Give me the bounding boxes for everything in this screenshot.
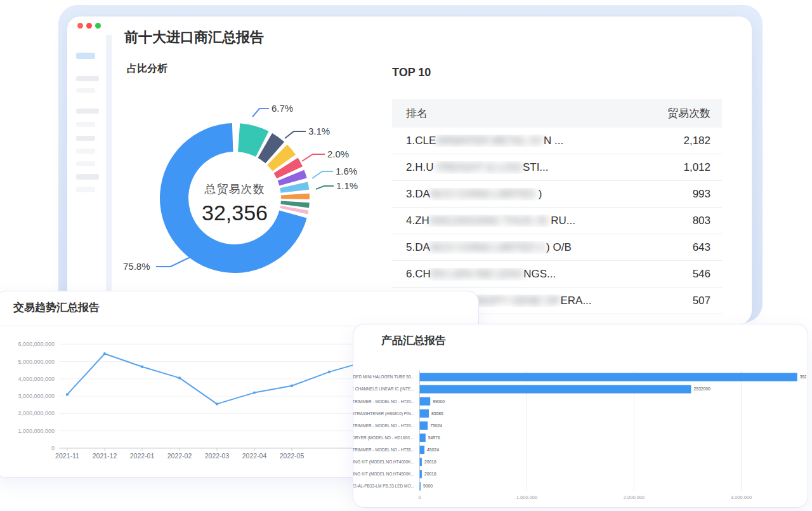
bar-category-label: HRE-22-AL-PB33-LM PB.33 LED MO... (353, 484, 414, 488)
sidebar-item[interactable] (76, 76, 99, 81)
minimize-window-button[interactable] (86, 23, 92, 29)
sidebar-item[interactable] (76, 149, 95, 154)
bar[interactable] (420, 434, 426, 442)
bar[interactable] (420, 446, 425, 454)
donut-leader-line (285, 131, 306, 138)
importer-name: 3.DANCO CHINA LIMITED ) (406, 188, 542, 201)
data-point[interactable] (141, 366, 143, 368)
maximize-window-button[interactable] (95, 23, 101, 29)
table-row[interactable]: 4.ZHANGJIAGANG THUS JS RU...803 (392, 208, 722, 234)
data-point[interactable] (253, 391, 256, 394)
bar-category-label: GROOMING KIT (MODEL NO.HT4500K... (353, 472, 414, 477)
product-report-card: 产品汇总报告 01,000,0002,000,0003,000,000UNBRA… (353, 324, 808, 508)
column-trade-count: 贸易次数 (667, 106, 710, 121)
bar-value-label: 20016 (424, 460, 436, 464)
bar[interactable] (420, 421, 428, 430)
x-axis-tick-label: 2021-12 (93, 452, 117, 460)
y-axis-tick-label: 5,000,000,000 (18, 359, 55, 365)
sidebar-divider (106, 35, 112, 324)
x-axis-tick-label: 0 (418, 494, 421, 500)
donut-segment (274, 158, 303, 179)
x-axis-tick-label: 2021-11 (55, 452, 79, 460)
x-axis-tick-label: 3,000,000 (731, 494, 752, 500)
donut-section-title: 占比分析 (127, 62, 167, 76)
importer-name: 4.ZHANGJIAGANG THUS JS RU... (406, 215, 575, 227)
top10-table: 排名 贸易次数 1.CLEARWATER METAL SYN ...2,1822… (392, 99, 722, 314)
bar[interactable] (420, 409, 429, 418)
trade-count: 507 (693, 295, 710, 307)
donut-segment (258, 133, 285, 164)
donut-segment (280, 201, 309, 208)
donut-segment (160, 123, 307, 273)
sidebar-item[interactable] (76, 174, 99, 180)
sidebar-item[interactable] (76, 136, 95, 141)
table-row[interactable]: 2.H.U FREIGHT & LOGISTI...1,012 (392, 154, 722, 181)
table-row[interactable]: 6.CHEN LIEN IND (ZHONGS...546 (392, 261, 722, 288)
sidebar-item[interactable] (76, 88, 95, 93)
trade-count: 993 (693, 188, 710, 201)
bar-category-label: HAIR TRIMMER - MODEL NO - HT20... (353, 399, 414, 404)
trade-count: 2,182 (683, 135, 710, 147)
x-axis-tick-label: 1,000,000 (516, 494, 537, 500)
donut-center-label: 总贸易次数 (165, 182, 304, 197)
main-window: 前十大进口商汇总报告 占比分析 6.7%3.1%2.0%1.6%1.1%75.8… (67, 17, 752, 324)
y-axis-tick-label: 6,000,000,000 (18, 341, 55, 347)
x-axis-tick-label: 2022-05 (280, 452, 304, 460)
y-axis-tick-label: 0 (51, 445, 55, 451)
x-axis-tick-label: 2022-01 (130, 452, 155, 460)
data-point[interactable] (103, 352, 106, 355)
data-point[interactable] (178, 376, 181, 379)
donut-segment (281, 194, 310, 199)
bar-value-label: 99000 (433, 399, 445, 404)
data-point[interactable] (328, 371, 331, 373)
trade-count: 643 (693, 241, 710, 254)
bar-category-label: HAIR TRIMMER - MODEL NO - HT20... (353, 423, 414, 428)
y-axis-tick-label: 4,000,000,000 (18, 376, 55, 382)
x-axis-tick-label: 2022-04 (242, 452, 267, 460)
bar-category-label: UNBRANDED MINI HALOGEN TUBE 50... (353, 375, 414, 379)
trend-report-title: 交易趋势汇总报告 (13, 300, 100, 315)
donut-leader-line (316, 186, 334, 189)
y-axis-tick-label: 3,000,000,000 (18, 393, 55, 399)
top10-table-body: 1.CLEARWATER METAL SYN ...2,1822.H.U FRE… (392, 128, 722, 314)
sidebar-item[interactable] (76, 109, 99, 114)
bar-value-label: 2532000 (693, 387, 710, 391)
top10-title: TOP 10 (392, 66, 431, 79)
bar[interactable] (420, 482, 421, 490)
window-controls (77, 23, 101, 29)
bar[interactable] (420, 470, 422, 478)
sidebar-item[interactable] (76, 187, 95, 192)
bar-value-label: 85585 (431, 411, 443, 416)
bar[interactable] (420, 385, 691, 394)
sidebar-item[interactable] (76, 161, 95, 166)
donut-segment (278, 170, 307, 186)
trade-count: 1,012 (683, 161, 710, 174)
data-point[interactable] (216, 402, 218, 405)
page-title: 前十大进口商汇总报告 (124, 28, 264, 47)
column-rank: 排名 (406, 106, 428, 121)
bar-category-label: HAIR STRAIGHTENER (HS6810) PIN... (353, 411, 414, 416)
data-point[interactable] (66, 393, 69, 395)
donut-leader-line (312, 171, 333, 178)
sidebar-item-active[interactable] (76, 53, 95, 59)
donut-leader-line (302, 154, 325, 161)
table-row[interactable]: 1.CLEARWATER METAL SYN ...2,182 (392, 128, 722, 154)
bar-category-label: HAIR DRYER (MODEL NO - HD1600 ... (353, 435, 414, 441)
bar[interactable] (420, 373, 797, 382)
table-row[interactable]: 3.DANCO CHINA LIMITED )993 (392, 181, 722, 208)
bar-value-label: 9000 (423, 484, 433, 488)
donut-segment (280, 182, 309, 192)
donut-percent-label: 1.6% (336, 166, 357, 176)
table-header: 排名 贸易次数 (392, 99, 722, 128)
donut-leader-line (252, 109, 269, 117)
donut-percent-label: 6.7% (272, 103, 293, 114)
sidebar-item[interactable] (76, 122, 95, 127)
close-window-button[interactable] (77, 23, 83, 29)
bar[interactable] (420, 458, 422, 466)
importer-name: 6.CHEN LIEN IND (ZHONGS... (406, 268, 556, 281)
bar[interactable] (420, 397, 431, 406)
x-axis-tick-label: 2,000,000 (624, 494, 645, 500)
trade-count: 546 (693, 268, 710, 281)
table-row[interactable]: 5.DANCO CHINA LIMITED C) O/B643 (392, 234, 722, 261)
data-point[interactable] (291, 385, 293, 387)
